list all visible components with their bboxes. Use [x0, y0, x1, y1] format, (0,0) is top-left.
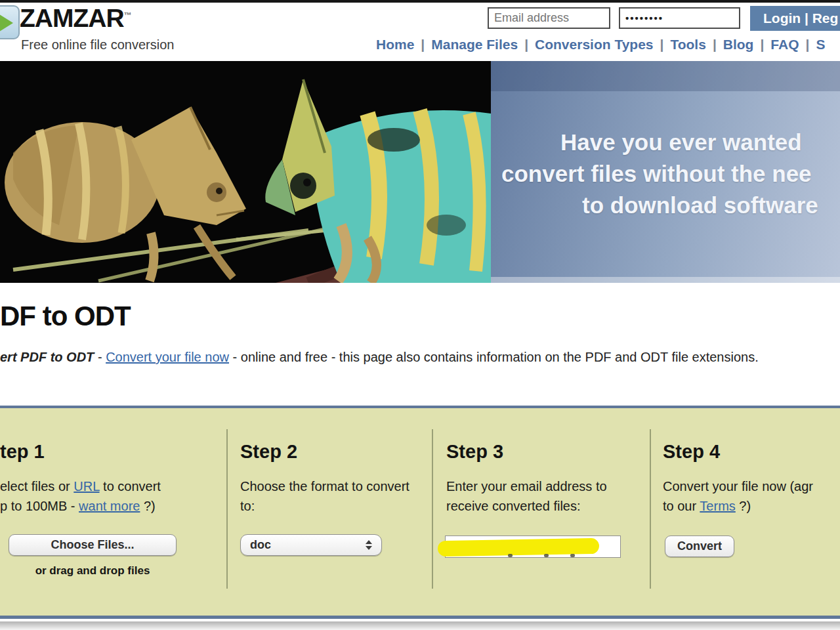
step4-title: Step 4	[663, 441, 720, 463]
brand-text: ZAMZAR	[20, 4, 124, 32]
step4-line2: to our Terms ?)	[663, 496, 751, 516]
step1-line2-pre: p to 100MB -	[0, 499, 79, 513]
step2-title: Step 2	[240, 441, 297, 463]
step1-line2-post: ?)	[140, 499, 155, 513]
step2-desc: Choose the format to convert to:	[240, 476, 412, 516]
nav-item-blog[interactable]: Blog	[723, 37, 771, 52]
page-title: DF to ODT	[0, 301, 131, 332]
chameleons-photo	[0, 61, 491, 283]
intro-rest: - online and free - this page also conta…	[229, 350, 759, 364]
trademark-symbol: ™	[124, 10, 132, 20]
step3-desc: Enter your email address to receive conv…	[446, 476, 647, 516]
step1-line1-post: to convert	[100, 479, 161, 494]
step3-title: Step 3	[446, 441, 503, 463]
brand-tagline: Free online file conversion	[21, 37, 174, 52]
login-register-button[interactable]: Login | Reg	[750, 6, 840, 31]
steps-panel: tep 1 elect files or URL to convert p to…	[0, 406, 840, 619]
terms-link[interactable]: Terms	[700, 499, 735, 513]
convert-your-file-now-link[interactable]: Convert your file now	[106, 350, 229, 364]
recipient-email-input[interactable]	[446, 536, 620, 557]
page: ZAMZAR™ Free online file conversion Logi…	[0, 0, 840, 630]
format-select[interactable]: doc	[240, 534, 382, 556]
nav-item-manage-files[interactable]: Manage Files	[431, 37, 535, 52]
step1-line2: p to 100MB - want more ?)	[0, 496, 156, 516]
banner-message-panel: Have you ever wanted convert files witho…	[491, 61, 840, 283]
column-divider	[226, 429, 228, 589]
nav-item-home[interactable]: Home	[376, 37, 431, 52]
column-divider	[432, 429, 433, 589]
want-more-link[interactable]: want more	[79, 499, 140, 513]
select-arrows-icon	[366, 540, 372, 550]
banner-bottom-strip	[491, 277, 840, 283]
drag-drop-label: or drag and drop files	[9, 564, 177, 578]
panel-shadow	[0, 621, 840, 630]
nav-item-support[interactable]: S	[816, 37, 838, 52]
banner-line: convert files without the nee	[501, 161, 812, 187]
main-nav: HomeManage FilesConversion TypesToolsBlo…	[376, 37, 838, 52]
format-select-value: doc	[250, 538, 271, 552]
intro-dash: -	[94, 350, 106, 364]
convert-button[interactable]: Convert	[665, 536, 734, 557]
hero-banner: Have you ever wanted convert files witho…	[0, 61, 840, 283]
password-input[interactable]	[619, 7, 740, 29]
intro-text: ert PDF to ODT - Convert your file now -…	[0, 350, 759, 365]
email-input[interactable]	[488, 7, 610, 29]
nav-item-tools[interactable]: Tools	[670, 37, 723, 52]
url-link[interactable]: URL	[74, 479, 99, 494]
choose-files-button[interactable]: Choose Files...	[9, 534, 177, 556]
banner-line: to download software	[582, 192, 818, 219]
zamzar-logo-icon	[0, 5, 20, 39]
nav-item-faq[interactable]: FAQ	[770, 37, 816, 52]
nav-item-conversion-types[interactable]: Conversion Types	[535, 37, 670, 52]
recipient-email-field	[445, 536, 621, 558]
step1-line1-pre: elect files or	[0, 479, 74, 494]
banner-line: Have you ever wanted	[560, 129, 802, 156]
step4-line2-post: ?)	[736, 499, 751, 513]
step1-line1: elect files or URL to convert	[0, 476, 161, 496]
site-header: ZAMZAR™ Free online file conversion Logi…	[0, 3, 840, 61]
intro-emphasis: ert PDF to ODT	[0, 350, 94, 364]
column-divider	[650, 429, 651, 589]
brand-name: ZAMZAR™	[20, 4, 132, 33]
green-arrow-icon	[0, 14, 13, 32]
step1-title: tep 1	[0, 441, 45, 463]
step4-line2-pre: to our	[663, 499, 700, 513]
step4-line1: Convert your file now (agr	[663, 476, 813, 496]
banner-top-band	[491, 61, 840, 91]
